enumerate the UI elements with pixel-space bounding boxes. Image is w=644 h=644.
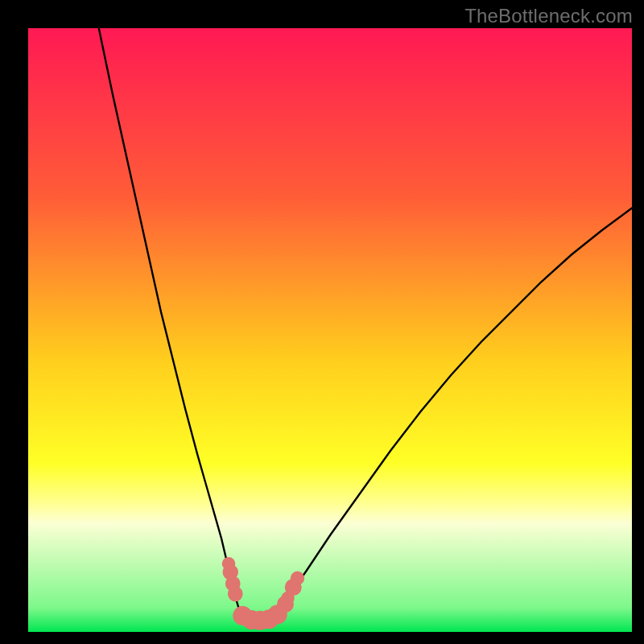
plot-area: [28, 28, 632, 632]
chart-frame: TheBottleneck.com: [0, 0, 644, 644]
marker-dot: [228, 586, 243, 601]
watermark-text: TheBottleneck.com: [464, 5, 633, 27]
marker-dot: [291, 572, 304, 585]
chart-svg: [28, 28, 632, 632]
